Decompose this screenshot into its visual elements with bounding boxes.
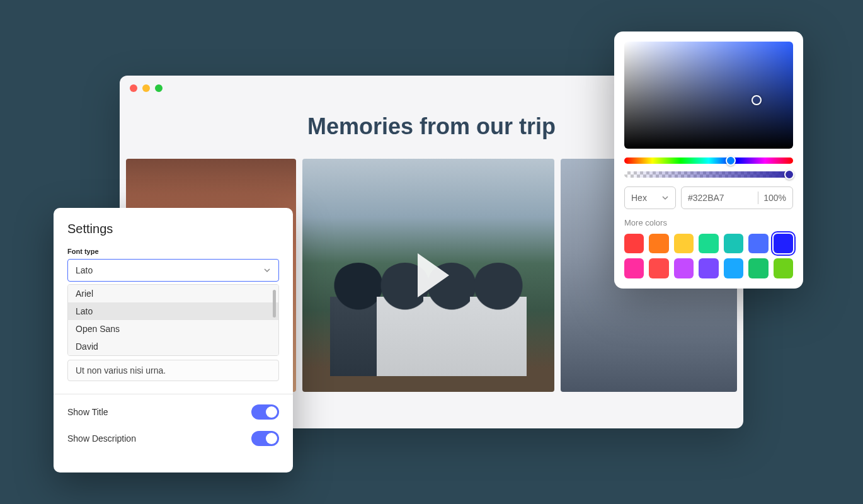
description-textarea[interactable] bbox=[67, 360, 279, 381]
saturation-handle[interactable] bbox=[752, 95, 762, 105]
hue-handle[interactable] bbox=[726, 156, 736, 166]
color-swatch-4[interactable] bbox=[724, 234, 743, 253]
font-type-value: Lato bbox=[76, 265, 93, 275]
chevron-down-icon bbox=[661, 194, 669, 202]
color-swatch-7[interactable] bbox=[624, 258, 644, 278]
minimize-window-button[interactable] bbox=[142, 84, 150, 92]
more-colors-label: More colors bbox=[624, 218, 793, 227]
show-title-toggle[interactable] bbox=[251, 404, 279, 420]
color-swatch-2[interactable] bbox=[674, 234, 694, 253]
font-option-open-sans[interactable]: Open Sans bbox=[68, 320, 278, 338]
hex-value: #322BA7 bbox=[688, 193, 753, 203]
close-window-button[interactable] bbox=[130, 84, 137, 92]
maximize-window-button[interactable] bbox=[155, 84, 163, 92]
play-icon bbox=[418, 253, 449, 297]
alpha-handle[interactable] bbox=[784, 169, 794, 180]
alpha-slider[interactable] bbox=[624, 171, 793, 178]
color-swatch-0[interactable] bbox=[624, 234, 644, 253]
font-option-ariel[interactable]: Ariel bbox=[68, 285, 278, 302]
divider bbox=[54, 394, 293, 394]
hue-slider[interactable] bbox=[624, 158, 793, 164]
swatch-grid bbox=[624, 234, 793, 278]
show-description-row: Show Description bbox=[67, 431, 279, 446]
gallery-main-video[interactable] bbox=[302, 159, 554, 392]
color-picker-panel: Hex #322BA7 100% More colors bbox=[614, 32, 803, 289]
chevron-down-icon bbox=[263, 266, 271, 274]
show-title-label: Show Title bbox=[67, 407, 108, 417]
color-swatch-8[interactable] bbox=[649, 258, 668, 278]
color-swatch-10[interactable] bbox=[699, 258, 718, 278]
show-description-label: Show Description bbox=[67, 433, 136, 444]
settings-title: Settings bbox=[67, 222, 279, 236]
color-swatch-5[interactable] bbox=[748, 234, 768, 253]
color-swatch-13[interactable] bbox=[774, 258, 793, 278]
color-inputs-row: Hex #322BA7 100% bbox=[624, 186, 793, 209]
dropdown-scrollbar[interactable] bbox=[273, 290, 276, 318]
color-swatch-1[interactable] bbox=[649, 234, 668, 253]
font-type-label: Font type bbox=[67, 248, 279, 255]
color-format-select[interactable]: Hex bbox=[624, 186, 676, 209]
show-title-row: Show Title bbox=[67, 404, 279, 420]
play-button[interactable] bbox=[397, 244, 460, 307]
hex-input[interactable]: #322BA7 100% bbox=[681, 186, 793, 209]
color-format-value: Hex bbox=[631, 193, 647, 203]
color-swatch-9[interactable] bbox=[674, 258, 694, 278]
settings-panel: Settings Font type Lato Ariel Lato Open … bbox=[54, 208, 293, 472]
font-option-lato[interactable]: Lato bbox=[68, 302, 278, 320]
color-swatch-11[interactable] bbox=[724, 258, 743, 278]
show-description-toggle[interactable] bbox=[251, 431, 279, 446]
font-option-david[interactable]: David bbox=[68, 338, 278, 355]
color-swatch-6[interactable] bbox=[774, 234, 793, 253]
color-saturation-area[interactable] bbox=[624, 42, 793, 149]
opacity-value: 100% bbox=[763, 193, 786, 203]
font-type-select[interactable]: Lato bbox=[67, 259, 279, 282]
color-swatch-3[interactable] bbox=[699, 234, 718, 253]
font-type-dropdown: Ariel Lato Open Sans David bbox=[67, 284, 279, 356]
color-swatch-12[interactable] bbox=[748, 258, 768, 278]
